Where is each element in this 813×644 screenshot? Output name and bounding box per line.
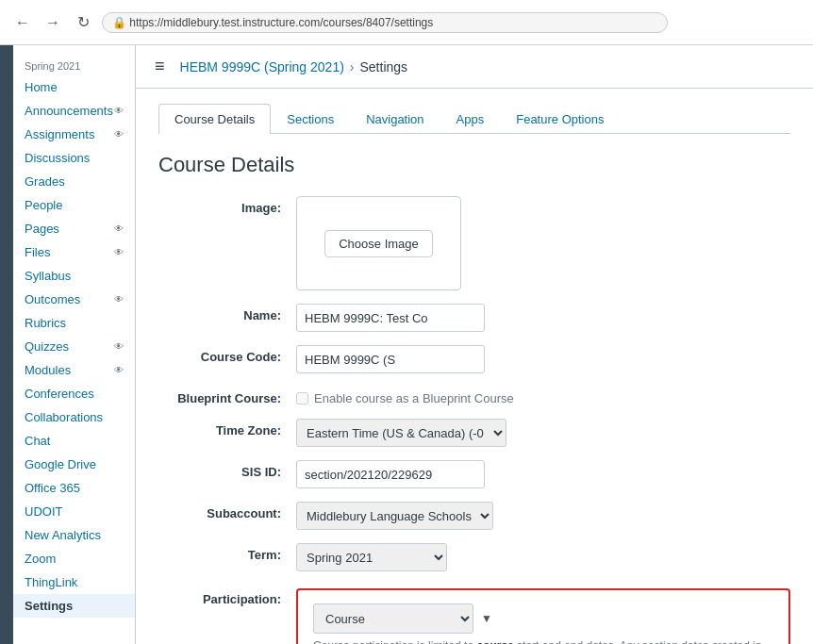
tab-navigation[interactable]: Navigation — [350, 104, 440, 134]
name-input[interactable] — [296, 304, 485, 332]
sidebar-item-google-drive[interactable]: Google Drive — [13, 453, 135, 476]
blueprint-checkbox[interactable] — [296, 392, 308, 405]
lock-icon: 🔒 — [112, 16, 126, 29]
main-content: ≡ HEBM 9999C (Spring 2021) › Settings Co… — [136, 45, 813, 644]
sidebar-item-outcomes[interactable]: Outcomes👁 — [13, 288, 135, 311]
blueprint-label: Blueprint Course: — [158, 387, 281, 405]
page-header: ≡ HEBM 9999C (Spring 2021) › Settings — [136, 45, 813, 89]
timezone-control: Eastern Time (US & Canada) (-0 — [296, 419, 790, 447]
sidebar-item-syllabus[interactable]: Syllabus — [13, 264, 135, 288]
sidebar-item-zoom[interactable]: Zoom — [13, 547, 135, 570]
sidebar-item-office-365[interactable]: Office 365 — [13, 476, 135, 500]
sidebar-item-rubrics[interactable]: Rubrics — [13, 311, 135, 335]
sidebar-item-pages[interactable]: Pages👁 — [13, 217, 135, 240]
participation-note: Course participation is limited to cours… — [313, 639, 773, 644]
hamburger-icon[interactable]: ≡ — [155, 57, 165, 76]
refresh-button[interactable]: ↻ — [72, 11, 94, 34]
blueprint-row: Blueprint Course: Enable course as a Blu… — [158, 387, 790, 405]
subaccount-control: Middlebury Language Schools — [296, 502, 790, 530]
back-button[interactable]: ← — [11, 11, 34, 34]
term-label: Spring 2021 — [13, 53, 135, 75]
image-row: Image: Choose Image — [158, 196, 790, 290]
term-select[interactable]: Spring 2021 — [296, 543, 447, 571]
tab-sections[interactable]: Sections — [271, 104, 350, 134]
forward-button[interactable]: → — [41, 11, 64, 34]
image-label: Image: — [158, 196, 281, 215]
breadcrumb-current: Settings — [360, 59, 408, 74]
sidebar-item-collaborations[interactable]: Collaborations — [13, 405, 135, 429]
course-code-input[interactable] — [296, 345, 485, 373]
sidebar-item-home[interactable]: Home — [13, 75, 135, 99]
browser-toolbar: ← → ↻ 🔒 https://middlebury.test.instruct… — [0, 0, 813, 45]
sidebar-item-new-analytics[interactable]: New Analytics — [13, 523, 135, 547]
sidebar-item-conferences[interactable]: Conferences — [13, 382, 135, 405]
term-label: Term: — [158, 543, 281, 562]
url-bar[interactable]: 🔒 https://middlebury.test.instructure.co… — [102, 12, 668, 33]
timezone-select[interactable]: Eastern Time (US & Canada) (-0 — [296, 419, 506, 447]
blueprint-checkbox-label: Enable course as a Blueprint Course — [314, 391, 514, 405]
course-code-row: Course Code: — [158, 345, 790, 373]
eye-icon: 👁 — [114, 365, 124, 375]
sidebar-item-announcements[interactable]: Announcements👁 — [13, 99, 135, 123]
sidebar-item-files[interactable]: Files👁 — [13, 240, 135, 264]
timezone-label: Time Zone: — [158, 419, 281, 438]
subaccount-select[interactable]: Middlebury Language Schools — [296, 502, 493, 530]
image-control: Choose Image — [296, 196, 790, 290]
sidebar-item-assignments[interactable]: Assignments👁 — [13, 123, 135, 146]
participation-label: Participation: — [158, 585, 281, 606]
sidebar-item-discussions[interactable]: Discussions — [13, 146, 135, 170]
name-control — [296, 304, 790, 332]
subaccount-label: Subaccount: — [158, 502, 281, 520]
sidebar-item-modules[interactable]: Modules👁 — [13, 358, 135, 382]
sidebar-item-people[interactable]: People — [13, 193, 135, 217]
breadcrumb: HEBM 9999C (Spring 2021) › Settings — [180, 59, 408, 74]
breadcrumb-separator: › — [350, 59, 355, 74]
name-label: Name: — [158, 304, 281, 322]
eye-icon: 👁 — [114, 129, 124, 140]
sidebar-item-chat[interactable]: Chat — [13, 429, 135, 453]
participation-row: Participation: Course ▼ Course participa… — [158, 585, 790, 644]
eye-icon: 👁 — [114, 294, 124, 305]
timezone-row: Time Zone: Eastern Time (US & Canada) (-… — [158, 419, 790, 447]
blueprint-control: Enable course as a Blueprint Course — [296, 387, 790, 405]
tab-course-details[interactable]: Course Details — [158, 104, 271, 134]
sis-input[interactable] — [296, 460, 485, 488]
global-nav — [0, 45, 13, 644]
participation-box: Course ▼ Course participation is limited… — [296, 588, 790, 644]
participation-chevron-icon: ▼ — [481, 612, 492, 625]
course-code-label: Course Code: — [158, 345, 281, 364]
eye-icon: 👁 — [114, 341, 124, 352]
sidebar-item-quizzes[interactable]: Quizzes👁 — [13, 335, 135, 358]
eye-icon: 👁 — [114, 223, 124, 234]
subaccount-row: Subaccount: Middlebury Language Schools — [158, 502, 790, 530]
sidebar-item-thinglink[interactable]: ThingLink — [13, 570, 135, 594]
eye-icon: 👁 — [114, 106, 124, 116]
tab-feature-options[interactable]: Feature Options — [500, 104, 620, 134]
term-control: Spring 2021 — [296, 543, 790, 571]
tab-apps[interactable]: Apps — [440, 104, 501, 134]
sis-control — [296, 460, 790, 488]
breadcrumb-course[interactable]: HEBM 9999C (Spring 2021) — [180, 59, 344, 74]
sidebar-item-settings[interactable]: Settings — [13, 594, 135, 618]
choose-image-button[interactable]: Choose Image — [324, 230, 433, 257]
name-row: Name: — [158, 304, 790, 332]
sidebar-item-udoit[interactable]: UDOIT — [13, 500, 135, 523]
image-upload-box[interactable]: Choose Image — [296, 196, 461, 290]
sis-label: SIS ID: — [158, 460, 281, 479]
tabs: Course DetailsSectionsNavigationAppsFeat… — [158, 104, 790, 134]
sidebar-item-grades[interactable]: Grades — [13, 170, 135, 193]
sis-row: SIS ID: — [158, 460, 790, 488]
course-code-control — [296, 345, 790, 373]
course-nav: Spring 2021 HomeAnnouncements👁Assignment… — [13, 45, 136, 644]
participation-select[interactable]: Course — [313, 603, 473, 634]
section-title: Course Details — [158, 153, 790, 177]
term-row: Term: Spring 2021 — [158, 543, 790, 571]
eye-icon: 👁 — [114, 247, 124, 257]
